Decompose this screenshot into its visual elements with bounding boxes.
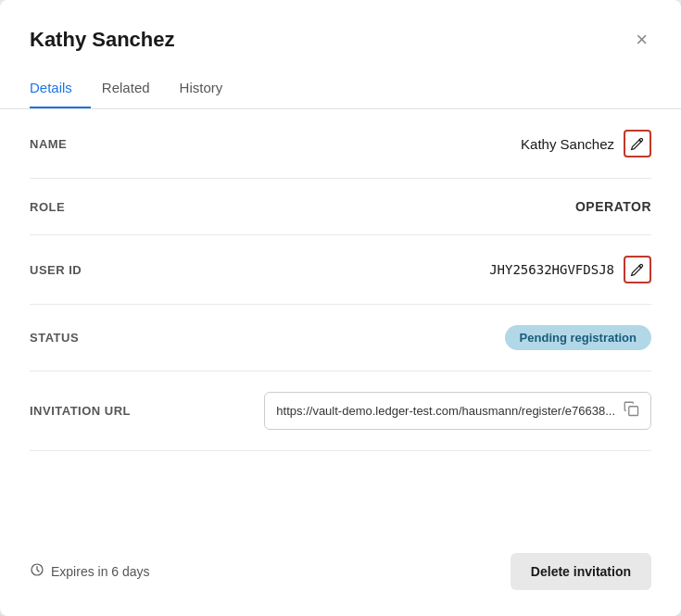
- role-value: OPERATOR: [575, 199, 651, 214]
- pencil-icon: [630, 136, 645, 151]
- modal-title: Kathy Sanchez: [30, 28, 175, 52]
- delete-invitation-button[interactable]: Delete invitation: [511, 553, 651, 590]
- invitation-url-value-group: https://vault-demo.ledger-test.com/hausm…: [264, 392, 651, 430]
- clock-icon: [30, 562, 44, 581]
- expires-info: Expires in 6 days: [30, 562, 150, 581]
- pencil-icon-2: [630, 262, 645, 277]
- edit-user-id-button[interactable]: [624, 256, 651, 283]
- user-id-value: JHY25632HGVFDSJ8: [489, 262, 614, 277]
- tab-history[interactable]: History: [180, 69, 242, 108]
- status-field-row: STATUS Pending registration: [30, 305, 651, 371]
- name-field-row: NAME Kathy Sanchez: [30, 109, 651, 179]
- name-label: NAME: [30, 137, 159, 151]
- status-label: STATUS: [30, 331, 159, 345]
- status-value-group: Pending registration: [505, 325, 651, 350]
- tab-details[interactable]: Details: [30, 69, 91, 108]
- url-container: https://vault-demo.ledger-test.com/hausm…: [264, 392, 651, 430]
- close-button[interactable]: ×: [632, 26, 651, 54]
- user-id-value-group: JHY25632HGVFDSJ8: [489, 256, 651, 283]
- name-value: Kathy Sanchez: [521, 136, 614, 152]
- edit-name-button[interactable]: [624, 130, 651, 157]
- expires-text: Expires in 6 days: [51, 564, 150, 579]
- tab-related[interactable]: Related: [102, 69, 169, 108]
- user-id-field-row: USER ID JHY25632HGVFDSJ8: [30, 235, 651, 305]
- role-value-group: OPERATOR: [575, 199, 651, 214]
- modal-footer: Expires in 6 days Delete invitation: [0, 534, 681, 616]
- modal-header: Kathy Sanchez ×: [0, 0, 681, 54]
- modal-container: Kathy Sanchez × Details Related History …: [0, 0, 681, 616]
- role-label: ROLE: [30, 200, 159, 214]
- invitation-url-label: INVITATION URL: [30, 404, 159, 418]
- role-field-row: ROLE OPERATOR: [30, 179, 651, 235]
- invitation-url-value: https://vault-demo.ledger-test.com/hausm…: [276, 404, 615, 418]
- user-id-label: USER ID: [30, 263, 159, 277]
- svg-rect-0: [629, 407, 638, 416]
- tab-bar: Details Related History: [0, 69, 681, 109]
- invitation-url-field-row: INVITATION URL https://vault-demo.ledger…: [30, 371, 651, 451]
- name-value-group: Kathy Sanchez: [521, 130, 651, 157]
- copy-icon[interactable]: [623, 400, 639, 421]
- details-content: NAME Kathy Sanchez ROLE OPERATOR USER ID: [0, 109, 681, 534]
- status-badge: Pending registration: [505, 325, 651, 350]
